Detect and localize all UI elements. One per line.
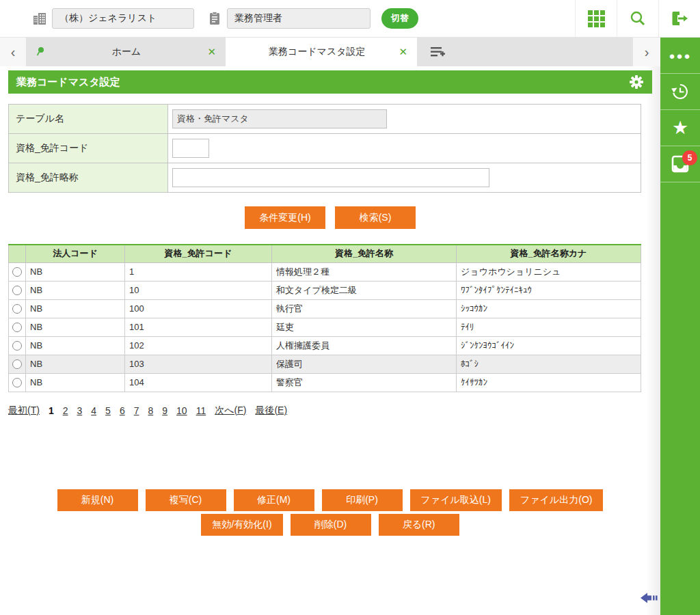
column-header: 資格_免許名称 — [272, 245, 457, 262]
company-input[interactable] — [52, 8, 194, 29]
logout-icon — [670, 10, 689, 27]
table-cell: 100 — [125, 299, 272, 318]
tab-active-close-icon[interactable]: ✕ — [399, 46, 407, 58]
table-row: NB104警察官ｹｲｻﾂｶﾝ — [9, 373, 641, 392]
form-row-license-abbr: 資格_免許略称 — [9, 163, 641, 193]
form-row-table-name: テーブル名 — [9, 105, 641, 134]
pagination-next[interactable]: 次へ(F) — [215, 405, 246, 417]
column-header: 資格_免許コード — [125, 245, 272, 262]
tab-home-label: ホーム — [45, 46, 207, 58]
change-condition-button[interactable]: 条件変更(H) — [245, 206, 325, 229]
table-cell: NB — [26, 281, 125, 299]
ellipsis-icon: ●●● — [669, 50, 691, 62]
grid-icon — [588, 10, 605, 27]
row-radio[interactable] — [12, 286, 22, 295]
pagination-page[interactable]: 10 — [176, 405, 187, 416]
sidebar-more-button[interactable]: ●●● — [660, 38, 700, 74]
table-cell: ｼｯｺｳｶﾝ — [457, 299, 641, 318]
apps-menu-button[interactable] — [575, 0, 617, 37]
table-cell: 1 — [125, 262, 272, 281]
pagination-page[interactable]: 3 — [77, 405, 82, 416]
action-button[interactable]: ファイル出力(O) — [509, 489, 604, 511]
right-sidebar: ●●● ★ 5 — [660, 38, 700, 615]
form-label: テーブル名 — [9, 105, 168, 134]
sidebar-history-button[interactable] — [660, 74, 700, 110]
company-icon — [31, 10, 48, 27]
role-icon — [206, 10, 223, 27]
table-cell: NB — [26, 373, 125, 392]
table-row: NB102人権擁護委員ｼﾞﾝｹﾝﾖｳｺﾞｲｲﾝ — [9, 336, 641, 355]
row-radio[interactable] — [12, 341, 22, 351]
action-button[interactable]: 無効/有効化(I) — [201, 514, 282, 536]
pagination-page[interactable]: 7 — [134, 405, 139, 416]
license-abbr-field[interactable] — [172, 168, 489, 187]
results-header-row: 法人コード資格_免許コード資格_免許名称資格_免許名称カナ — [9, 245, 641, 262]
table-cell: 101 — [125, 318, 272, 336]
action-button[interactable]: 戻る(R) — [379, 514, 459, 536]
action-button[interactable]: 新規(N) — [57, 489, 138, 511]
pagination-page[interactable]: 5 — [105, 405, 111, 416]
pagination-page[interactable]: 8 — [148, 405, 153, 416]
gear-icon[interactable] — [629, 74, 644, 90]
condition-form: テーブル名 資格_免許コード 資格_免許略称 — [8, 104, 641, 193]
table-cell: 人権擁護委員 — [272, 336, 457, 355]
search-exec-button[interactable]: 検索(S) — [335, 206, 416, 229]
table-row: NB101廷吏ﾃｲﾘ — [9, 318, 641, 336]
action-buttons: 新規(N)複写(C)修正(M)印刷(P)ファイル取込(L)ファイル出力(O) 無… — [0, 489, 660, 536]
logout-button[interactable] — [658, 0, 700, 37]
column-header: 法人コード — [26, 245, 125, 262]
action-button[interactable]: 印刷(P) — [322, 489, 403, 511]
pagination-page[interactable]: 4 — [91, 405, 96, 416]
table-cell: 10 — [125, 281, 272, 299]
table-name-field — [172, 109, 387, 128]
table-row: NB10和文タイプ検定二級ﾜﾌﾞﾝﾀｲﾌﾟｹﾝﾃｲﾆｷｭｳ — [9, 281, 641, 299]
table-cell: 104 — [125, 373, 272, 392]
collapse-sidebar-icon[interactable] — [640, 590, 659, 605]
action-row-2: 無効/有効化(I)削除(D)戻る(R) — [0, 514, 660, 536]
table-cell: NB — [26, 336, 125, 355]
license-code-field[interactable] — [172, 139, 209, 158]
table-row: NB103保護司ﾎｺﾞｼ — [9, 355, 641, 373]
pagination-page[interactable]: 11 — [196, 405, 206, 416]
pagination-page[interactable]: 6 — [120, 405, 125, 416]
action-button[interactable]: ファイル取込(L) — [410, 489, 502, 511]
table-row: NB1情報処理２種ジョウホウショリニシュ — [9, 262, 641, 281]
table-cell: 警察官 — [272, 373, 457, 392]
tab-home-close-icon[interactable]: ✕ — [207, 46, 216, 58]
table-cell: ｹｲｻﾂｶﾝ — [457, 373, 641, 392]
pagination-page[interactable]: 2 — [63, 405, 68, 416]
tab-bar-empty-area — [417, 38, 633, 66]
table-cell: NB — [26, 355, 125, 373]
add-tab-icon[interactable] — [429, 44, 447, 59]
table-cell: 103 — [125, 355, 272, 373]
top-bar: 切替 — [0, 0, 700, 38]
search-button[interactable] — [617, 0, 658, 37]
row-radio[interactable] — [12, 378, 22, 387]
table-cell: 保護司 — [272, 355, 457, 373]
row-radio[interactable] — [12, 267, 22, 277]
sidebar-inbox-button[interactable]: 5 — [660, 146, 700, 182]
tab-home[interactable]: ホーム ✕ — [26, 38, 226, 66]
row-radio[interactable] — [12, 304, 22, 314]
action-button[interactable]: 削除(D) — [291, 514, 371, 536]
action-button[interactable]: 複写(C) — [146, 489, 226, 511]
pagination-last[interactable]: 最後(E) — [255, 405, 287, 417]
results-tbody: NB1情報処理２種ジョウホウショリニシュNB10和文タイプ検定二級ﾜﾌﾞﾝﾀｲﾌ… — [9, 262, 641, 392]
tab-active-label: 業務コードマスタ設定 — [235, 46, 399, 58]
switch-button[interactable]: 切替 — [381, 8, 418, 29]
table-cell: NB — [26, 262, 125, 281]
table-cell: 執行官 — [272, 299, 457, 318]
tab-business-code-master[interactable]: 業務コードマスタ設定 ✕ — [226, 38, 417, 66]
row-radio[interactable] — [12, 359, 22, 369]
row-radio[interactable] — [12, 323, 22, 332]
table-cell: 廷吏 — [272, 318, 457, 336]
main-content: ‹ ホーム ✕ 業務コードマスタ設定 ✕ — [0, 38, 660, 615]
tabs-scroll-left-icon[interactable]: ‹ — [0, 38, 26, 66]
action-button[interactable]: 修正(M) — [234, 489, 314, 511]
tabs-scroll-right-icon[interactable]: › — [633, 38, 660, 66]
pagination-first[interactable]: 最初(T) — [8, 405, 40, 417]
sidebar-favorites-button[interactable]: ★ — [660, 110, 700, 146]
pagination-page[interactable]: 9 — [162, 405, 167, 416]
table-cell: 和文タイプ検定二級 — [272, 281, 457, 299]
role-input[interactable] — [227, 8, 371, 29]
